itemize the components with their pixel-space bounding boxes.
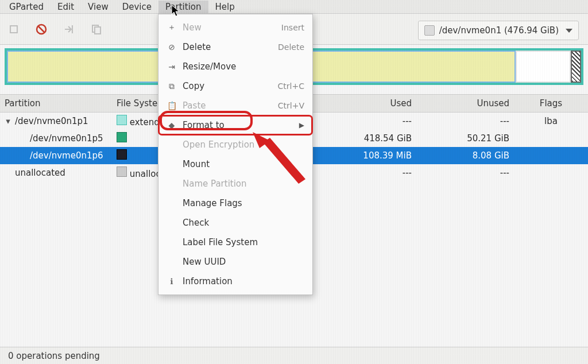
menu-item-icon — [167, 257, 177, 267]
status-bar: 0 operations pending — [0, 347, 588, 364]
device-selector[interactable]: /dev/nvme0n1 (476.94 GiB) — [418, 21, 579, 40]
menu-edit[interactable]: Edit — [51, 1, 81, 13]
menu-item-icon: ◆ — [167, 120, 177, 130]
col-used[interactable]: Used — [319, 98, 416, 109]
disk-seg-p6-free[interactable] — [516, 51, 571, 83]
fs-swatch — [117, 132, 127, 142]
menu-item-icon: ⧉ — [167, 81, 177, 91]
partition-menu: ＋NewInsert⊘DeleteDelete⇥Resize/Move⧉Copy… — [158, 14, 313, 295]
toolbar-delete-button[interactable] — [33, 21, 49, 37]
menu-item-label: Open Encryption — [183, 140, 254, 150]
toolbar-resize-button[interactable] — [61, 21, 77, 37]
menu-item-icon: ⇥ — [167, 61, 177, 72]
menu-item-icon — [167, 198, 177, 208]
flags-cell: lba — [514, 116, 588, 126]
menu-item-label: Copy — [183, 81, 204, 91]
menu-device[interactable]: Device — [115, 1, 158, 13]
menu-item-copy[interactable]: ⧉CopyCtrl+C — [158, 76, 312, 96]
menu-item-label: Manage Flags — [183, 198, 242, 208]
menu-item-label: New UUID — [183, 257, 226, 267]
menu-item-icon: ⊘ — [167, 42, 177, 52]
toolbar-new-button[interactable] — [6, 21, 22, 37]
col-unused[interactable]: Unused — [416, 98, 514, 109]
menu-item-mount[interactable]: Mount — [158, 154, 312, 174]
fs-swatch — [117, 115, 127, 125]
menu-item-check[interactable]: Check — [158, 213, 312, 233]
partition-name: /dev/nvme0n1p1 — [15, 116, 88, 126]
col-flags[interactable]: Flags — [514, 98, 588, 109]
menu-item-delete[interactable]: ⊘DeleteDelete — [158, 37, 312, 57]
menu-item-label: Resize/Move — [183, 61, 236, 72]
menu-item-name-partition: Name Partition — [158, 174, 312, 193]
used-cell: 418.54 GiB — [319, 133, 416, 144]
menu-item-paste: 📋PasteCtrl+V — [158, 96, 312, 115]
menu-item-label: Information — [183, 276, 233, 286]
status-text: 0 operations pending — [8, 351, 100, 361]
submenu-arrow-icon: ▶ — [299, 121, 304, 129]
menu-help[interactable]: Help — [208, 1, 242, 13]
menu-item-shortcut: Delete — [278, 42, 304, 52]
menu-item-format-to[interactable]: ◆Format to▶ — [158, 115, 312, 135]
menu-item-shortcut: Ctrl+C — [278, 82, 304, 91]
menu-item-label: Delete — [183, 42, 211, 52]
disk-icon — [424, 25, 435, 36]
menu-item-label: Check — [183, 218, 209, 228]
disk-seg-p6-used[interactable] — [286, 51, 516, 83]
menu-item-icon: 📋 — [167, 100, 177, 111]
unused-cell: --- — [416, 116, 514, 126]
partition-name: /dev/nvme0n1p6 — [30, 150, 103, 161]
menu-view[interactable]: View — [81, 1, 115, 13]
menu-item-icon: ＋ — [167, 22, 177, 33]
menubar: GPartedEditViewDevicePartitionHelp — [0, 0, 588, 14]
menu-item-new: ＋NewInsert — [158, 18, 312, 37]
unused-cell: --- — [416, 168, 514, 178]
menu-item-information[interactable]: ℹInformation — [158, 272, 312, 291]
fs-swatch — [117, 166, 127, 177]
menu-item-open-encryption: Open Encryption — [158, 135, 312, 154]
chevron-down-icon — [566, 29, 572, 33]
menu-item-label-file-system[interactable]: Label File System — [158, 233, 312, 252]
menu-item-icon — [167, 237, 177, 247]
unused-cell: 8.08 GiB — [416, 150, 514, 161]
used-cell: --- — [319, 168, 416, 178]
menu-item-shortcut: Ctrl+V — [278, 101, 304, 110]
menu-item-icon — [167, 179, 177, 189]
menu-item-resize-move[interactable]: ⇥Resize/Move — [158, 57, 312, 76]
fs-swatch — [117, 149, 127, 160]
disk-seg-unallocated[interactable] — [571, 51, 581, 83]
menu-partition[interactable]: Partition — [158, 1, 208, 13]
menu-gparted[interactable]: GParted — [2, 1, 51, 13]
svg-line-2 — [38, 26, 44, 32]
device-selector-label: /dev/nvme0n1 (476.94 GiB) — [439, 25, 559, 36]
used-cell: 108.39 MiB — [319, 150, 416, 161]
partition-name: unallocated — [15, 168, 65, 178]
used-cell: --- — [319, 116, 416, 126]
menu-item-label: Label File System — [183, 237, 258, 247]
menu-item-icon: ℹ — [167, 276, 177, 286]
col-partition[interactable]: Partition — [0, 98, 112, 109]
menu-item-icon — [167, 159, 177, 169]
menu-item-label: Format to — [183, 120, 225, 130]
menu-item-label: Name Partition — [183, 179, 247, 189]
menu-item-new-uuid[interactable]: New UUID — [158, 252, 312, 272]
menu-item-shortcut: Insert — [281, 23, 304, 32]
menu-item-icon — [167, 140, 177, 150]
row-toggle[interactable]: ▾ — [5, 116, 11, 126]
svg-rect-5 — [95, 27, 100, 34]
unused-cell: 50.21 GiB — [416, 133, 514, 144]
menu-item-icon — [167, 218, 177, 228]
menu-item-label: New — [183, 22, 202, 33]
menu-item-label: Paste — [183, 100, 206, 111]
toolbar-copy-button[interactable] — [88, 21, 105, 37]
svg-rect-0 — [10, 26, 17, 33]
menu-item-label: Mount — [183, 159, 210, 169]
menu-item-manage-flags[interactable]: Manage Flags — [158, 193, 312, 213]
partition-name: /dev/nvme0n1p5 — [30, 133, 103, 144]
